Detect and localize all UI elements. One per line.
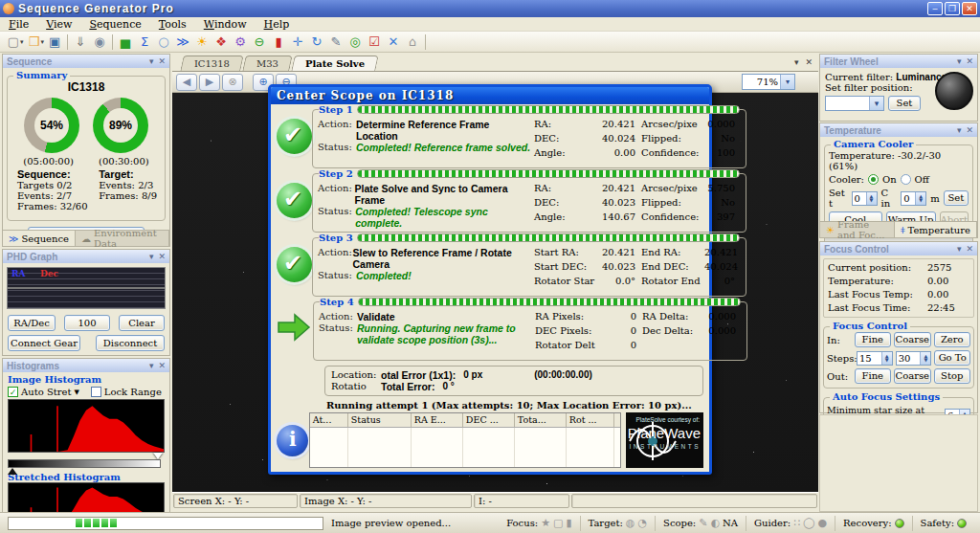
close-image-icon[interactable]: ⊗ xyxy=(222,74,243,91)
move-scope-icon[interactable]: ✛ xyxy=(288,33,307,51)
goto-button[interactable]: Go To xyxy=(934,350,970,366)
histogram-icon[interactable]: ▅ xyxy=(116,33,135,51)
run-sequence-icon[interactable]: ≫ xyxy=(173,33,192,51)
collapse-icon[interactable]: ▾ xyxy=(957,56,962,66)
field-value: 0 xyxy=(598,311,642,322)
filter-wheel-title: Filter Wheel xyxy=(824,56,879,67)
menu-item-file[interactable]: File xyxy=(0,18,37,31)
in-coarse-button[interactable]: Coarse xyxy=(894,332,930,347)
in-fine-button[interactable]: Fine xyxy=(855,332,891,347)
connect-gear-button[interactable]: Connect Gear xyxy=(8,335,80,351)
tab-frame-and-focus[interactable]: ☀Frame and Foc... xyxy=(820,222,895,237)
target-icon[interactable]: ◎ xyxy=(345,33,365,51)
app-icon xyxy=(3,3,14,14)
running-attempt-line: Running attempt 1 (Max attempts: 10; Max… xyxy=(326,400,703,411)
close-button[interactable]: ✕ xyxy=(962,2,977,15)
field-label: RA: xyxy=(534,183,597,193)
lock-range-checkbox[interactable] xyxy=(91,387,101,397)
tab-ic1318[interactable]: IC1318 xyxy=(180,56,243,71)
focus-panel-title: Focus Control xyxy=(824,244,889,255)
tools-icon[interactable]: ✕ xyxy=(384,33,403,51)
menu-item-tools[interactable]: Tools xyxy=(150,18,195,31)
chevron-down-icon[interactable]: ▼ xyxy=(74,389,78,396)
sync-icon[interactable]: ↻ xyxy=(307,33,326,51)
stop-button[interactable]: Stop xyxy=(934,368,970,384)
microphone-icon[interactable]: ✎ xyxy=(326,33,345,51)
close-tab-icon[interactable]: ✕ xyxy=(805,57,813,67)
dropdown-arrow-icon[interactable]: ▾ xyxy=(20,38,24,46)
menu-item-window[interactable]: Window xyxy=(195,18,256,31)
save-sequence-icon[interactable]: ▣ xyxy=(45,33,64,51)
zoom-find-icon[interactable]: ○ xyxy=(154,33,173,51)
filter-position-dropdown[interactable] xyxy=(825,96,884,111)
menu-item-sequence[interactable]: Sequence xyxy=(80,18,149,31)
close-panel-icon[interactable]: ✕ xyxy=(966,244,973,254)
collapse-icon[interactable]: ▾ xyxy=(149,361,154,370)
field-label: Angle: xyxy=(534,147,597,158)
stretch-slider[interactable] xyxy=(8,455,165,472)
out-fine-button[interactable]: Fine xyxy=(855,368,891,384)
step-4-progress-bar xyxy=(358,298,741,306)
menu-bar: FileViewSequenceToolsWindowHelp xyxy=(0,17,980,32)
set-to-label: Set t xyxy=(829,188,848,209)
download-frames-icon[interactable]: ⇓ xyxy=(71,33,90,51)
dialog-title: Center Scope on IC1318 xyxy=(277,89,454,102)
tab-plate-solve[interactable]: Plate Solve xyxy=(291,56,379,71)
steps-fine-spinner[interactable]: 15▲▼ xyxy=(857,351,893,366)
menu-item-help[interactable]: Help xyxy=(256,18,299,31)
minimize-button[interactable]: – xyxy=(927,2,943,15)
close-panel-icon[interactable]: ✕ xyxy=(966,56,973,66)
collapse-icon[interactable]: ▾ xyxy=(957,125,962,135)
statistics-icon[interactable]: Σ xyxy=(135,33,154,51)
temperature-reading: Temperature: -30.2/-30 (61%) xyxy=(829,150,969,171)
sequence-progress-donut: 54% xyxy=(24,98,79,153)
close-panel-icon[interactable]: ✕ xyxy=(158,252,166,261)
camera-icon[interactable]: ◉ xyxy=(90,33,109,51)
auto-stretch-checkbox[interactable]: ✓ xyxy=(8,387,18,397)
collapse-icon[interactable]: ▾ xyxy=(957,244,962,254)
set-filter-button[interactable]: Set xyxy=(888,96,921,111)
cooler-off-radio[interactable] xyxy=(901,174,911,185)
white-point-handle[interactable] xyxy=(153,453,163,464)
observatory-icon[interactable]: ⌂ xyxy=(403,33,422,51)
frame-focus-icon[interactable]: ☀ xyxy=(192,33,212,51)
zoom-level-dropdown[interactable]: 71% ▾ xyxy=(742,74,795,90)
menu-item-view[interactable]: View xyxy=(37,18,80,31)
close-panel-icon[interactable]: ✕ xyxy=(158,56,166,66)
set-minutes-spinner[interactable]: 0▲▼ xyxy=(901,191,926,206)
set-temp-button[interactable]: Set xyxy=(944,190,969,206)
gears-icon[interactable]: ⚙ xyxy=(231,33,250,51)
checklist-icon[interactable]: ☑ xyxy=(365,33,384,51)
field-label: RA Delta: xyxy=(642,311,705,322)
dropdown-arrow-icon[interactable]: ▾ xyxy=(41,38,45,46)
tab-environment-data[interactable]: ☁Environment Data xyxy=(76,231,169,246)
collapse-icon[interactable]: ▾ xyxy=(149,56,154,66)
set-temp-spinner[interactable]: 0▲▼ xyxy=(852,191,878,206)
dialog-titlebar[interactable]: Center Scope on IC1318 xyxy=(271,87,709,104)
step-2-row: Step 2 Action:Plate Solve and Sync to Ca… xyxy=(277,173,703,233)
tab-m33[interactable]: M33 xyxy=(242,56,292,71)
scale-100-button[interactable]: 100 xyxy=(64,315,110,331)
disconnect-button[interactable]: Disconnect xyxy=(96,335,165,351)
collapse-icon[interactable]: ▾ xyxy=(149,252,154,261)
back-icon[interactable]: ◀ xyxy=(176,74,197,91)
out-coarse-button[interactable]: Coarse xyxy=(894,368,930,384)
restore-button[interactable]: ❐ xyxy=(945,2,960,15)
chevron-down-icon[interactable]: ▾ xyxy=(794,57,799,67)
black-point-handle[interactable] xyxy=(8,463,17,475)
tab-sequence[interactable]: ≫Sequence xyxy=(3,231,76,246)
steps-coarse-spinner[interactable]: 30▲▼ xyxy=(896,351,932,366)
close-panel-icon[interactable]: ✕ xyxy=(158,361,166,370)
close-panel-icon[interactable]: ✕ xyxy=(966,125,973,135)
cooler-on-radio[interactable] xyxy=(868,174,879,185)
temperature-icon[interactable]: ▮ xyxy=(269,33,288,51)
radec-button[interactable]: RA/Dec xyxy=(8,315,56,331)
zero-button[interactable]: Zero xyxy=(934,332,970,347)
abort-icon[interactable]: ⊖ xyxy=(250,33,269,51)
forward-icon[interactable]: ▶ xyxy=(199,74,220,91)
filter-wheel-icon[interactable]: ❖ xyxy=(212,33,231,51)
table-header-cell xyxy=(614,413,620,427)
tab-temperature[interactable]: ǂTemperature xyxy=(895,222,977,237)
clear-button[interactable]: Clear xyxy=(119,315,165,331)
out-label: Out: xyxy=(827,371,852,382)
